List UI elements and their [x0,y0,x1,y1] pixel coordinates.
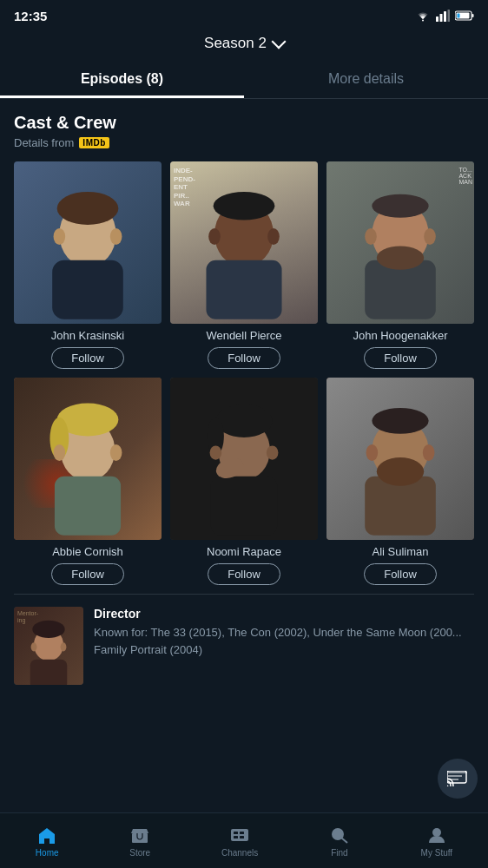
svg-point-17 [267,229,280,246]
svg-point-12 [110,229,122,246]
svg-rect-1 [436,16,439,22]
svg-rect-8 [458,14,460,18]
svg-point-50 [447,786,449,787]
svg-rect-26 [55,477,121,536]
follow-button-2[interactable]: Follow [208,347,280,369]
svg-point-36 [210,446,222,460]
my-stuff-icon [426,825,447,845]
cast-card-1: John Krasinski Follow [14,161,162,369]
svg-rect-2 [440,14,443,22]
svg-point-23 [424,229,436,246]
follow-button-5[interactable]: Follow [208,563,280,585]
svg-rect-15 [206,260,281,319]
svg-rect-10 [52,260,123,319]
nav-my-stuff[interactable]: My Stuff [421,825,453,858]
cast-card-4: Abbie Cornish Follow [14,378,162,585]
svg-point-11 [57,192,119,225]
nav-home-label: Home [36,848,59,858]
cast-photo-5 [170,378,318,540]
svg-point-21 [377,247,424,270]
svg-point-40 [377,457,424,486]
cast-name-3: John Hoogenakker [353,329,447,342]
svg-point-57 [333,829,343,839]
cast-name-2: Wendell Pierce [206,329,281,342]
nav-store[interactable]: Store [129,825,150,858]
cast-photo-1 [14,161,162,324]
status-bar: 12:35 [0,0,488,28]
svg-point-33 [215,404,272,437]
cast-card-2: INDE-PEND-ENTPIR..WAR Wendell Pierce Fol… [170,161,318,369]
nav-store-label: Store [129,848,150,858]
svg-rect-52 [231,829,248,841]
svg-point-48 [31,642,37,651]
imdb-badge: IMDb [79,137,109,148]
cast-name-1: John Krasinski [51,329,125,342]
svg-point-59 [432,828,441,837]
director-known-for: Known for: The 33 (2015), The Con (2002)… [94,624,474,658]
chevron-down-icon [271,35,286,49]
svg-rect-55 [234,836,238,838]
nav-channels[interactable]: Channels [221,825,258,858]
follow-button-1[interactable]: Follow [51,347,124,369]
svg-rect-45 [30,659,68,685]
svg-point-29 [110,445,122,462]
cast-name-5: Noomi Rapace [207,545,281,558]
season-selector[interactable]: Season 2 [0,28,488,62]
svg-point-24 [365,229,377,246]
season-label: Season 2 [204,35,267,52]
svg-rect-51 [132,833,148,843]
svg-point-13 [54,229,66,246]
cast-grid-row-1: John Krasinski Follow INDE-PEND-ENTPIR..… [14,161,474,585]
svg-point-47 [61,642,67,651]
cast-card-5: Noomi Rapace Follow [170,378,318,585]
svg-rect-7 [472,14,474,17]
cast-fab-button[interactable] [438,759,478,799]
director-section: Mentor-ing Director Known for: The 33 (2… [14,594,474,697]
director-photo: Mentor-ing [14,607,83,685]
nav-home[interactable]: Home [36,825,59,858]
svg-rect-32 [211,477,277,536]
svg-rect-56 [240,836,244,838]
tab-episodes[interactable]: Episodes (8) [0,62,244,98]
cast-icon [447,771,468,786]
main-content: Cast & Crew Details from IMDb [0,99,488,799]
svg-point-30 [54,445,66,462]
cast-card-3: TO...ACKMAN John Hoogenakker Follow [326,161,474,369]
cast-crew-title: Cast & Crew [14,113,474,133]
svg-point-16 [214,192,275,220]
cast-card-6: Ali Suliman Follow [326,378,474,585]
svg-point-42 [423,445,435,462]
tab-bar: Episodes (8) More details [0,62,488,99]
svg-rect-4 [448,10,451,22]
status-time: 12:35 [14,9,47,23]
details-from-row: Details from IMDb [14,136,474,149]
follow-button-3[interactable]: Follow [364,347,437,369]
svg-point-43 [366,445,379,462]
find-icon [329,825,350,845]
svg-point-41 [372,408,428,434]
svg-point-46 [32,620,64,637]
svg-point-22 [372,194,428,218]
tab-more-details[interactable]: More details [244,62,488,98]
cast-photo-2: INDE-PEND-ENTPIR..WAR [170,161,318,324]
details-from-text: Details from [14,136,74,149]
bottom-nav: Home Store Channels [0,812,488,868]
svg-rect-3 [444,11,446,22]
nav-find[interactable]: Find [329,825,350,858]
svg-rect-54 [240,832,244,834]
director-label: Director [94,607,474,621]
nav-my-stuff-label: My Stuff [421,848,453,858]
follow-button-6[interactable]: Follow [364,563,437,585]
svg-point-18 [208,229,221,246]
svg-rect-53 [234,832,238,834]
cast-photo-4 [14,378,162,540]
cast-photo-3: TO...ACKMAN [326,161,474,324]
signal-icon [436,10,450,22]
status-icons [415,10,474,22]
nav-find-label: Find [331,848,347,858]
director-info: Director Known for: The 33 (2015), The C… [94,607,474,658]
svg-line-58 [341,838,347,843]
follow-button-4[interactable]: Follow [51,563,124,585]
battery-icon [455,10,474,21]
nav-channels-label: Channels [221,848,258,858]
